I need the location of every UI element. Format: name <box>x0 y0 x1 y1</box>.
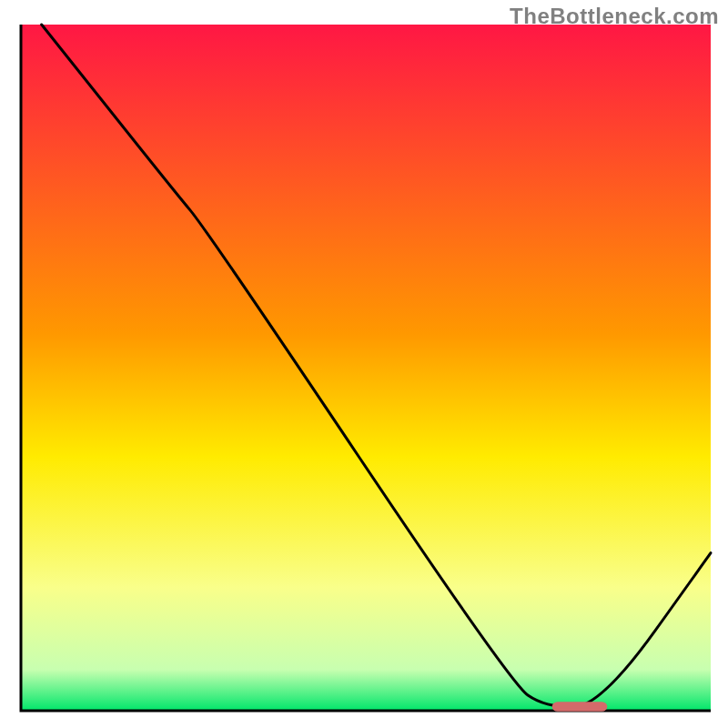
optimal-range-marker <box>552 702 608 712</box>
watermark-text: TheBottleneck.com <box>510 4 719 29</box>
chart-container: TheBottleneck.com <box>0 0 728 728</box>
bottleneck-chart <box>0 0 728 728</box>
